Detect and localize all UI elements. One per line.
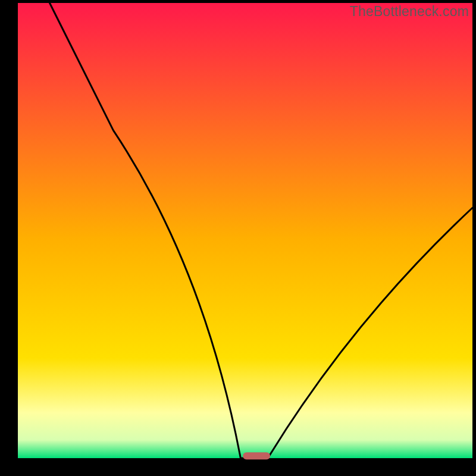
chart-frame: TheBottleneck.com [0, 0, 476, 476]
optimum-marker [243, 452, 270, 459]
bottleneck-chart [0, 0, 476, 476]
gradient-background [18, 3, 472, 458]
watermark-label: TheBottleneck.com [350, 4, 469, 20]
